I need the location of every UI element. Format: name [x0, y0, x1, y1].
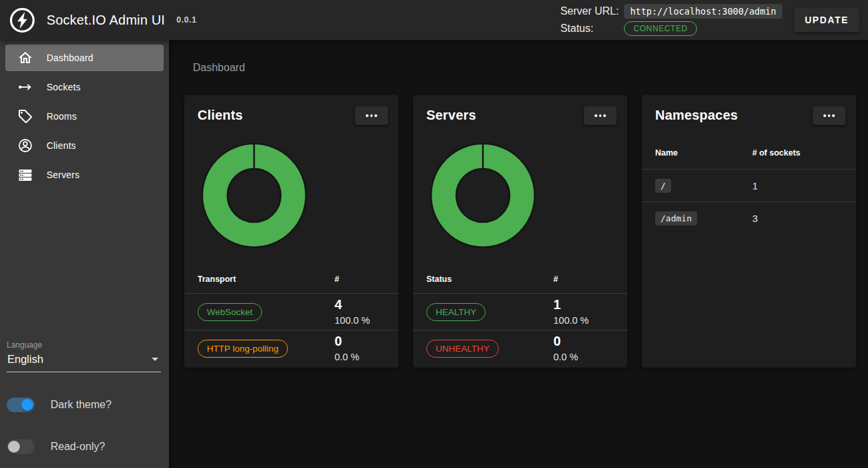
count-value: 1 — [553, 296, 589, 312]
ellipsis-icon — [823, 114, 826, 117]
percent-value: 100.0 % — [335, 314, 370, 327]
breadcrumb: Dashboard — [193, 62, 868, 74]
table-header-row: Status # — [413, 264, 627, 293]
server-url-value: http://localhost:3000/admin — [624, 4, 782, 19]
sidebar-item-dashboard[interactable]: Dashboard — [5, 45, 164, 71]
language-label: Language — [7, 340, 161, 350]
status-badge: UNHEALTHY — [426, 340, 499, 358]
table-header-row: Name # of sockets — [642, 136, 856, 169]
percent-value: 0.0 % — [553, 350, 578, 364]
language-select[interactable]: English — [7, 351, 161, 372]
card-header: Clients — [184, 95, 398, 125]
column-header: Status — [426, 275, 452, 284]
transport-badge: HTTP long-polling — [198, 340, 288, 358]
status-badge: HEALTHY — [426, 303, 486, 321]
update-button[interactable]: UPDATE — [794, 8, 859, 32]
ellipsis-icon — [828, 114, 831, 117]
body-row: Dashboard Sockets Rooms — [0, 40, 868, 468]
sidebar-item-clients[interactable]: Clients — [5, 132, 164, 159]
ellipsis-icon — [832, 114, 835, 117]
dark-theme-toggle[interactable] — [7, 398, 35, 412]
clients-more-options-button[interactable] — [355, 106, 388, 125]
home-icon — [17, 50, 33, 66]
ellipsis-icon — [595, 114, 597, 117]
table-row: WebSocket 4 100.0 % — [184, 293, 398, 330]
toggle-thumb — [8, 441, 20, 453]
count-value: 0 — [335, 333, 359, 349]
table-row: / 1 — [642, 169, 856, 201]
servers-table: Status # HEALTHY 1 100.0 % UNHEALTHY — [413, 264, 627, 366]
status-badge: CONNECTED — [624, 21, 696, 36]
percent-value: 0.0 % — [335, 350, 359, 364]
column-header: # — [335, 275, 339, 284]
sidebar-item-label: Servers — [47, 170, 80, 180]
socket-count: 3 — [752, 213, 758, 224]
chevron-down-icon — [152, 358, 158, 361]
ellipsis-icon — [599, 114, 602, 117]
card-title: Namespaces — [655, 108, 738, 123]
sidebar: Dashboard Sockets Rooms — [0, 40, 169, 468]
connection-info: Server URL: http://localhost:3000/admin … — [560, 4, 782, 36]
tag-icon — [17, 108, 33, 124]
column-header: # of sockets — [752, 148, 800, 158]
namespaces-table: Name # of sockets / 1 /admin 3 — [642, 136, 856, 234]
column-header: Name — [655, 148, 678, 158]
namespace-chip: / — [655, 179, 671, 193]
column-header: # — [553, 275, 558, 284]
socketio-logo-icon — [9, 7, 36, 34]
server-url-label: Server URL: — [560, 5, 619, 17]
servers-donut-chart — [430, 142, 536, 249]
ellipsis-icon — [374, 114, 377, 117]
servers-more-options-button[interactable] — [584, 106, 617, 125]
status-label: Status: — [560, 23, 593, 35]
sidebar-item-sockets[interactable]: Sockets — [5, 74, 164, 100]
app-bar: Socket.IO Admin UI 0.0.1 Server URL: htt… — [0, 0, 868, 40]
server-icon — [17, 167, 33, 183]
sidebar-item-rooms[interactable]: Rooms — [5, 103, 164, 130]
account-circle-icon — [17, 138, 33, 154]
toggle-thumb — [21, 399, 33, 411]
dashboard-cards: Clients — [184, 95, 868, 368]
table-row: /admin 3 — [642, 201, 856, 234]
table-row: HTTP long-polling 0 0.0 % — [184, 330, 398, 366]
table-row: HEALTHY 1 100.0 % — [413, 293, 627, 330]
column-header: Transport — [198, 275, 236, 284]
namespace-chip: /admin — [655, 211, 697, 225]
app-version: 0.0.1 — [176, 15, 197, 25]
sidebar-item-label: Sockets — [47, 82, 80, 92]
sidebar-item-label: Clients — [47, 140, 76, 151]
clients-card: Clients — [184, 95, 398, 368]
table-row: UNHEALTHY 0 0.0 % — [413, 330, 627, 366]
sidebar-item-servers[interactable]: Servers — [5, 162, 164, 188]
read-only-label: Read-only? — [51, 441, 105, 453]
sidebar-item-label: Dashboard — [47, 53, 93, 63]
ellipsis-icon — [603, 114, 606, 117]
card-title: Clients — [198, 108, 243, 123]
sidebar-bottom: Language English Dark theme? Read-only? — [0, 340, 169, 468]
app-title: Socket.IO Admin UI — [47, 13, 165, 28]
clients-donut-chart — [201, 142, 307, 249]
namespaces-more-options-button[interactable] — [813, 106, 845, 125]
ray-start-arrow-icon — [17, 79, 33, 95]
ellipsis-icon — [370, 114, 373, 117]
ellipsis-icon — [366, 114, 368, 117]
dark-theme-row: Dark theme? — [7, 397, 161, 413]
clients-table: Transport # WebSocket 4 100.0 % HTTP lon… — [184, 264, 398, 366]
card-title: Servers — [426, 108, 476, 123]
socket-count: 1 — [752, 180, 758, 191]
main-content: Dashboard Clients — [169, 40, 868, 468]
language-value: English — [7, 353, 43, 366]
read-only-toggle[interactable] — [7, 439, 35, 454]
card-header: Servers — [413, 95, 627, 125]
servers-card: Servers — [413, 95, 627, 368]
app-root: Socket.IO Admin UI 0.0.1 Server URL: htt… — [0, 0, 868, 468]
count-value: 4 — [335, 296, 370, 312]
card-header: Namespaces — [642, 95, 856, 125]
dark-theme-label: Dark theme? — [51, 399, 112, 411]
namespaces-card: Namespaces Name # of sockets — [642, 95, 856, 368]
sidebar-item-label: Rooms — [47, 111, 76, 122]
percent-value: 100.0 % — [553, 314, 589, 327]
table-header-row: Transport # — [184, 264, 398, 293]
count-value: 0 — [553, 333, 578, 349]
transport-badge: WebSocket — [198, 303, 262, 321]
